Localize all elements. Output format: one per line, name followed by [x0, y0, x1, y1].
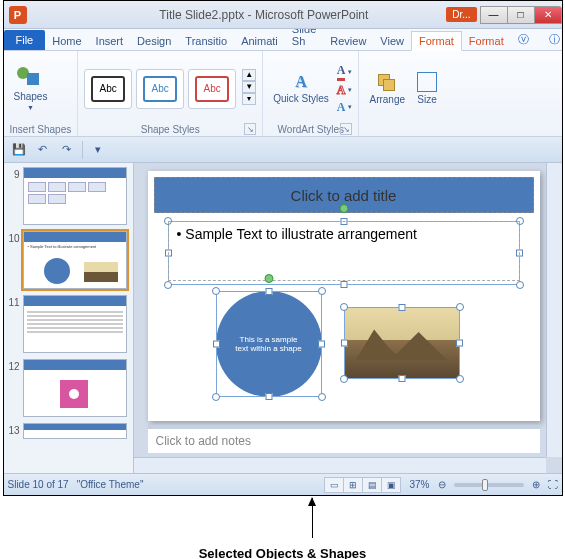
redo-button[interactable]: ↷ — [58, 141, 76, 159]
content-placeholder[interactable]: Sample Text to illustrate arrangement — [168, 221, 520, 281]
shape-style-gallery[interactable]: Abc Abc Abc ▲▼▾ — [84, 69, 256, 109]
close-button[interactable]: ✕ — [534, 6, 562, 24]
thumb-number: 9 — [6, 167, 20, 180]
qat-customize[interactable]: ▾ — [89, 141, 107, 159]
resize-handle[interactable] — [456, 375, 464, 383]
tab-home[interactable]: Home — [45, 32, 88, 50]
arrange-icon — [376, 72, 398, 92]
resize-handle[interactable] — [340, 303, 348, 311]
resize-handle[interactable] — [318, 393, 326, 401]
slide-thumbnail-13[interactable] — [23, 423, 127, 439]
resize-handle[interactable] — [398, 375, 405, 382]
resize-handle[interactable] — [318, 341, 325, 348]
style-swatch-3[interactable]: Abc — [188, 69, 236, 109]
user-badge[interactable]: Dr... — [446, 7, 476, 22]
tab-file[interactable]: File — [4, 30, 46, 50]
thumb-row[interactable]: 10 • Sample Text to illustrate arrangeme… — [6, 231, 131, 289]
tab-format-2[interactable]: Format — [462, 32, 511, 50]
quick-styles-button[interactable]: A Quick Styles — [269, 71, 333, 106]
slide-indicator: Slide 10 of 17 — [8, 479, 69, 490]
tab-design[interactable]: Design — [130, 32, 178, 50]
size-icon — [417, 72, 437, 92]
rotation-handle[interactable] — [264, 274, 273, 283]
group-insert-shapes: Shapes ▼ Insert Shapes — [4, 51, 79, 136]
tab-format-1[interactable]: Format — [411, 31, 462, 51]
maximize-button[interactable]: □ — [507, 6, 535, 24]
resize-handle[interactable] — [341, 340, 348, 347]
picture-selection[interactable] — [344, 307, 460, 379]
tab-animations[interactable]: Animati — [234, 32, 285, 50]
text-fill-button[interactable]: A▾ — [337, 63, 353, 81]
dialog-launcher-wordart[interactable]: ↘ — [340, 123, 352, 135]
help-icon[interactable]: ⓘ — [542, 29, 565, 50]
tab-review[interactable]: Review — [323, 32, 373, 50]
thumb-row[interactable]: 12 — [6, 359, 131, 417]
resize-handle[interactable] — [456, 340, 463, 347]
thumb-row[interactable]: 13 — [6, 423, 131, 439]
normal-view-button[interactable]: ▭ — [324, 477, 344, 493]
style-swatch-1[interactable]: Abc — [84, 69, 132, 109]
text-effects-button[interactable]: A▾ — [337, 100, 353, 115]
sorter-view-button[interactable]: ⊞ — [343, 477, 363, 493]
gallery-spinner[interactable]: ▲▼▾ — [242, 69, 256, 109]
style-swatch-2[interactable]: Abc — [136, 69, 184, 109]
thumb-row[interactable]: 11 — [6, 295, 131, 353]
zoom-in-button[interactable]: ⊕ — [532, 479, 540, 490]
thumb-row[interactable]: 9 — [6, 167, 131, 225]
minimize-ribbon-icon[interactable]: ⓥ — [511, 29, 536, 50]
resize-handle[interactable] — [212, 393, 220, 401]
text-outline-button[interactable]: A▾ — [337, 83, 353, 98]
slide-thumbnail-panel[interactable]: 9 10 • Sample Text to illustrate arrange… — [4, 163, 134, 473]
view-buttons: ▭ ⊞ ▤ ▣ — [325, 477, 401, 493]
vertical-scrollbar[interactable] — [546, 163, 562, 457]
ribbon-tabs: File Home Insert Design Transitio Animat… — [4, 29, 562, 51]
tab-transitions[interactable]: Transitio — [178, 32, 234, 50]
resize-handle[interactable] — [398, 304, 405, 311]
resize-handle[interactable] — [265, 288, 272, 295]
resize-handle[interactable] — [265, 393, 272, 400]
resize-handle[interactable] — [213, 341, 220, 348]
arrange-button[interactable]: Arrange — [365, 70, 409, 107]
circle-selection[interactable] — [216, 291, 322, 397]
fit-to-window-button[interactable]: ⛶ — [548, 479, 558, 490]
resize-handle[interactable] — [164, 281, 172, 289]
thumb-number: 10 — [6, 231, 20, 244]
resize-handle[interactable] — [340, 281, 347, 288]
resize-handle[interactable] — [318, 287, 326, 295]
thumb-number: 12 — [6, 359, 20, 372]
slideshow-view-button[interactable]: ▣ — [381, 477, 401, 493]
undo-button[interactable]: ↶ — [34, 141, 52, 159]
rotation-handle[interactable] — [339, 204, 348, 213]
tab-insert[interactable]: Insert — [89, 32, 131, 50]
thumb-number: 11 — [6, 295, 20, 308]
qat-separator — [82, 141, 83, 159]
resize-handle[interactable] — [340, 375, 348, 383]
resize-handle[interactable] — [456, 303, 464, 311]
resize-handle[interactable] — [516, 281, 524, 289]
shapes-label: Shapes — [14, 91, 48, 102]
zoom-level[interactable]: 37% — [409, 479, 429, 490]
shapes-button[interactable]: Shapes ▼ — [10, 65, 52, 113]
horizontal-scrollbar[interactable] — [134, 457, 546, 473]
slide-thumbnail-10[interactable]: • Sample Text to illustrate arrangement — [23, 231, 127, 289]
minimize-button[interactable]: ― — [480, 6, 508, 24]
size-button[interactable]: Size — [413, 70, 441, 107]
slide-thumbnail-9[interactable] — [23, 167, 127, 225]
shapes-icon — [17, 67, 43, 89]
resize-handle[interactable] — [212, 287, 220, 295]
notes-pane[interactable]: Click to add notes — [148, 425, 540, 453]
zoom-slider[interactable] — [454, 483, 524, 487]
theme-indicator: "Office Theme" — [77, 479, 144, 490]
slide-stage[interactable]: Click to add title Sample Text to illust… — [148, 171, 540, 421]
dialog-launcher-shape-styles[interactable]: ↘ — [244, 123, 256, 135]
slide-thumbnail-12[interactable] — [23, 359, 127, 417]
tab-view[interactable]: View — [373, 32, 411, 50]
slide-thumbnail-11[interactable] — [23, 295, 127, 353]
zoom-thumb[interactable] — [482, 479, 488, 491]
slide-canvas[interactable]: Click to add title Sample Text to illust… — [134, 163, 562, 473]
reading-view-button[interactable]: ▤ — [362, 477, 382, 493]
save-button[interactable]: 💾 — [10, 141, 28, 159]
notes-placeholder-text: Click to add notes — [156, 434, 251, 448]
group-label-arrange — [365, 123, 441, 135]
zoom-out-button[interactable]: ⊖ — [438, 479, 446, 490]
